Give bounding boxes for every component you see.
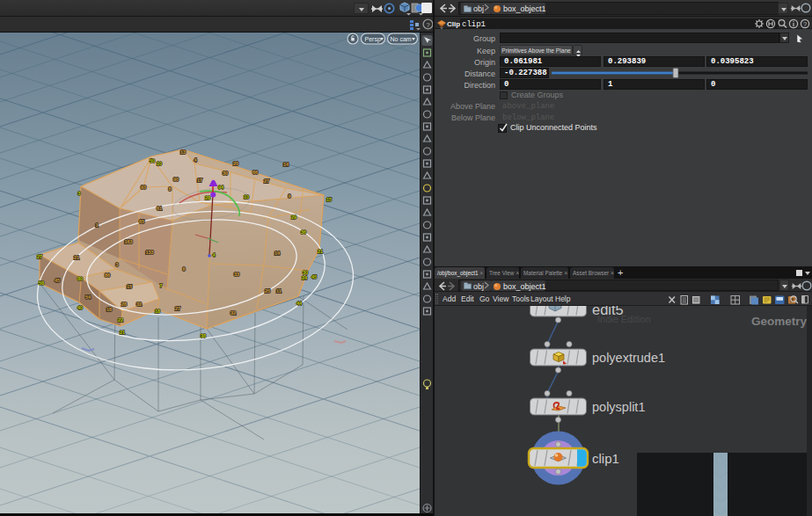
svg-text:80: 80 [77,276,83,281]
svg-text:58: 58 [39,280,44,286]
svg-text:21: 21 [318,249,323,254]
svg-text:edit5: edit5 [592,306,624,317]
svg-text:32: 32 [230,310,236,316]
svg-text:polyextrude1: polyextrude1 [592,351,665,365]
svg-text:?: ? [426,21,430,29]
svg-text:7: 7 [159,283,162,288]
svg-text:22: 22 [118,317,123,323]
svg-text:93: 93 [141,185,146,190]
svg-text:1: 1 [95,222,98,228]
svg-text:65: 65 [139,219,144,224]
svg-text:Persp: Persp [365,36,381,43]
svg-text:9: 9 [288,193,290,199]
svg-text:10: 10 [244,194,249,200]
svg-text:21: 21 [120,330,125,335]
svg-text:17: 17 [197,178,202,183]
svg-text:133: 133 [145,250,153,255]
svg-text:polysplit1: polysplit1 [592,400,645,414]
svg-text:8: 8 [168,186,171,192]
svg-text:27: 27 [37,254,42,259]
svg-text:14: 14 [283,162,289,167]
svg-text:32: 32 [136,302,142,307]
svg-text:61: 61 [157,206,162,211]
svg-text:40: 40 [77,305,83,310]
svg-text:clip1: clip1 [592,451,619,466]
svg-text:8: 8 [182,266,185,272]
svg-text:3: 3 [77,191,80,196]
svg-text:21: 21 [74,255,79,260]
svg-text:24: 24 [302,275,308,280]
svg-text:30: 30 [223,171,228,176]
svg-text:18: 18 [106,307,112,312]
svg-text:94: 94 [218,185,224,190]
svg-text:45: 45 [55,278,60,283]
svg-text:3: 3 [115,262,118,267]
svg-text:13: 13 [180,149,186,155]
svg-text:20: 20 [233,161,238,166]
svg-text:27: 27 [175,306,180,311]
svg-text:15: 15 [326,197,332,202]
svg-text:38: 38 [201,333,206,338]
svg-text:36: 36 [301,229,306,235]
svg-text:54: 54 [85,294,91,300]
svg-text:18: 18 [155,309,160,314]
svg-text:66: 66 [252,170,258,175]
svg-text:163: 163 [124,239,132,244]
svg-text:15: 15 [127,284,132,289]
svg-text:?: ? [803,20,807,28]
svg-text:28: 28 [121,302,127,307]
svg-text:50: 50 [150,158,155,164]
svg-text:45: 45 [311,274,317,280]
svg-text:33: 33 [234,272,239,277]
svg-text:11: 11 [276,288,282,294]
svg-text:14: 14 [274,251,281,256]
svg-text:86: 86 [105,273,110,278]
svg-text:10: 10 [157,161,162,166]
svg-text:29: 29 [291,214,296,220]
svg-text:28: 28 [205,195,210,200]
svg-text:Geometry: Geometry [751,315,808,328]
svg-text:44: 44 [296,301,303,306]
svg-text:25: 25 [265,288,270,294]
svg-text:90: 90 [173,177,179,182]
svg-text:27: 27 [264,178,269,184]
